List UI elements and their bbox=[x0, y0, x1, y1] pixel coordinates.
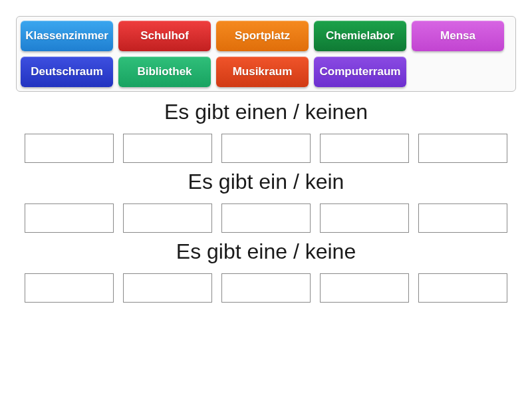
card-label: Mensa bbox=[440, 29, 475, 43]
group-title: Es gibt einen / keinen bbox=[16, 100, 516, 124]
group-neuter: Es gibt ein / kein bbox=[16, 170, 516, 233]
drop-slot[interactable] bbox=[25, 203, 114, 233]
drop-groups: Es gibt einen / keinen Es gibt ein / kei… bbox=[16, 100, 516, 303]
drop-slot[interactable] bbox=[418, 203, 507, 233]
card-label: Musikraum bbox=[233, 65, 293, 78]
group-title: Es gibt ein / kein bbox=[16, 170, 516, 194]
drop-row bbox=[16, 273, 516, 303]
drop-slot[interactable] bbox=[25, 273, 114, 303]
drop-slot[interactable] bbox=[320, 273, 409, 303]
card-tray: Klassenzimmer Schulhof Sportplatz Chemie… bbox=[16, 16, 516, 92]
drop-row bbox=[16, 134, 516, 163]
card-chemielabor[interactable]: Chemielabor bbox=[314, 21, 406, 51]
card-musikraum[interactable]: Musikraum bbox=[216, 57, 309, 87]
drop-slot[interactable] bbox=[221, 203, 311, 233]
drop-slot[interactable] bbox=[123, 134, 212, 163]
card-bibliothek[interactable]: Bibliothek bbox=[118, 57, 211, 87]
card-label: Klassenzimmer bbox=[25, 29, 108, 43]
card-deutschraum[interactable]: Deutschraum bbox=[21, 57, 113, 87]
group-feminine: Es gibt eine / keine bbox=[16, 239, 516, 303]
card-label: Computerraum bbox=[320, 65, 401, 78]
drop-row bbox=[16, 203, 516, 233]
card-label: Sportplatz bbox=[235, 29, 290, 43]
card-computerraum[interactable]: Computerraum bbox=[314, 57, 406, 87]
group-masculine: Es gibt einen / keinen bbox=[16, 100, 516, 163]
group-title: Es gibt eine / keine bbox=[16, 239, 516, 264]
card-mensa[interactable]: Mensa bbox=[412, 21, 504, 51]
card-label: Schulhof bbox=[140, 29, 189, 43]
card-label: Deutschraum bbox=[31, 65, 103, 78]
drop-slot[interactable] bbox=[221, 134, 311, 163]
drop-slot[interactable] bbox=[123, 273, 212, 303]
drop-slot[interactable] bbox=[418, 134, 507, 163]
drop-slot[interactable] bbox=[221, 273, 311, 303]
drop-slot[interactable] bbox=[123, 203, 212, 233]
card-label: Bibliothek bbox=[137, 65, 192, 78]
drop-slot[interactable] bbox=[320, 134, 409, 163]
card-klassenzimmer[interactable]: Klassenzimmer bbox=[21, 21, 113, 51]
card-label: Chemielabor bbox=[326, 29, 394, 43]
drop-slot[interactable] bbox=[320, 203, 409, 233]
card-schulhof[interactable]: Schulhof bbox=[118, 21, 211, 51]
drop-slot[interactable] bbox=[25, 134, 114, 163]
drop-slot[interactable] bbox=[418, 273, 507, 303]
card-sportplatz[interactable]: Sportplatz bbox=[216, 21, 309, 51]
